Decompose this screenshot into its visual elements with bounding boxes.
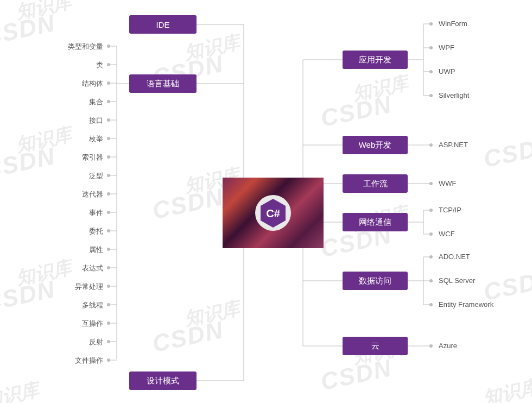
svg-point-35	[107, 340, 110, 343]
svg-point-19	[107, 192, 110, 196]
svg-point-65	[429, 279, 433, 282]
leaf-app-1[interactable]: WPF	[439, 43, 454, 52]
svg-point-57	[429, 209, 433, 212]
watermark-csdn: CSDN	[150, 183, 226, 224]
node-app[interactable]: 应用开发	[343, 51, 408, 69]
leaf-lang-5[interactable]: 枚举	[60, 134, 103, 144]
watermark-csdn: CSDN	[318, 354, 394, 395]
leaf-web-0[interactable]: ASP.NET	[439, 141, 468, 149]
watermark-csdn: CSDN	[318, 91, 394, 132]
leaf-lang-15[interactable]: 互操作	[60, 319, 103, 329]
leaf-net-0[interactable]: TCP/IP	[439, 206, 461, 214]
node-web[interactable]: Web开发	[343, 136, 408, 154]
watermark-csdn: CSDN	[0, 275, 58, 317]
leaf-lang-0[interactable]: 类型和变量	[60, 42, 103, 52]
leaf-lang-8[interactable]: 迭代器	[60, 190, 103, 199]
svg-point-11	[107, 118, 110, 122]
leaf-data-0[interactable]: ADO.NET	[439, 253, 470, 261]
leaf-lang-7[interactable]: 泛型	[60, 171, 103, 181]
svg-point-17	[107, 174, 110, 177]
svg-point-31	[107, 303, 110, 306]
leaf-app-3[interactable]: Silverlight	[439, 91, 469, 99]
leaf-net-1[interactable]: WCF	[439, 230, 455, 238]
svg-point-67	[429, 303, 433, 306]
leaf-lang-13[interactable]: 异常处理	[60, 282, 103, 292]
leaf-lang-9[interactable]: 事件	[60, 208, 103, 218]
svg-point-21	[107, 211, 110, 214]
node-design[interactable]: 设计模式	[129, 371, 197, 390]
watermark-csdn: CSDN	[150, 316, 226, 357]
watermark-zhishiku: 知识库	[14, 0, 73, 25]
leaf-lang-1[interactable]: 类	[60, 60, 103, 70]
svg-point-33	[107, 322, 110, 325]
svg-point-29	[107, 285, 110, 288]
watermark-zhishiku: 知识库	[351, 71, 410, 106]
svg-point-7	[107, 81, 110, 85]
leaf-lang-16[interactable]: 反射	[60, 337, 103, 347]
leaf-app-2[interactable]: UWP	[439, 67, 455, 75]
leaf-lang-11[interactable]: 属性	[60, 245, 103, 255]
node-lang[interactable]: 语言基础	[129, 74, 197, 93]
leaf-lang-14[interactable]: 多线程	[60, 300, 103, 310]
leaf-wf-0[interactable]: WWF	[439, 179, 456, 187]
watermark-zhishiku: 知识库	[182, 296, 242, 332]
node-wf[interactable]: 工作流	[343, 174, 408, 193]
leaf-cloud-0[interactable]: Azure	[439, 342, 457, 350]
leaf-lang-10[interactable]: 委托	[60, 226, 103, 236]
center-image: C#	[223, 178, 324, 248]
watermark-zhishiku: 知识库	[0, 377, 41, 403]
svg-point-50	[429, 143, 433, 147]
svg-point-70	[429, 344, 433, 348]
svg-point-43	[429, 46, 433, 49]
svg-point-37	[107, 358, 110, 362]
leaf-lang-4[interactable]: 接口	[60, 116, 103, 125]
svg-point-53	[429, 182, 433, 185]
watermark-csdn: CSDN	[0, 9, 58, 51]
watermark-csdn: CSDN	[481, 265, 532, 306]
watermark-csdn: CSDN	[0, 142, 58, 184]
svg-point-9	[107, 100, 110, 103]
svg-point-45	[429, 70, 433, 73]
svg-point-63	[429, 255, 433, 259]
leaf-lang-12[interactable]: 表达式	[60, 263, 103, 273]
svg-point-41	[429, 22, 433, 26]
node-cloud[interactable]: 云	[343, 337, 408, 355]
csharp-logo-icon: C#	[261, 199, 286, 228]
node-data[interactable]: 数据访问	[343, 272, 408, 290]
watermark-csdn: CSDN	[481, 131, 532, 173]
watermark-zhishiku: 知识库	[182, 30, 242, 66]
leaf-data-1[interactable]: SQL Server	[439, 276, 475, 285]
center-badge: C#	[255, 195, 291, 231]
leaf-lang-17[interactable]: 文件操作	[60, 356, 103, 366]
leaf-lang-6[interactable]: 索引器	[60, 153, 103, 162]
svg-point-27	[107, 266, 110, 269]
svg-point-47	[429, 94, 433, 97]
leaf-app-0[interactable]: WinForm	[439, 20, 467, 28]
svg-point-3	[107, 45, 110, 48]
node-net[interactable]: 网络通信	[343, 213, 408, 231]
leaf-lang-2[interactable]: 结构体	[60, 79, 103, 89]
node-ide[interactable]: IDE	[129, 15, 197, 34]
svg-point-23	[107, 229, 110, 232]
svg-point-25	[107, 248, 110, 251]
watermark-zhishiku: 知识库	[481, 375, 532, 403]
svg-point-15	[107, 155, 110, 159]
leaf-data-2[interactable]: Entity Framework	[439, 300, 493, 308]
svg-point-59	[429, 232, 433, 236]
svg-point-5	[107, 63, 110, 66]
csharp-logo-text: C#	[266, 207, 280, 219]
svg-point-13	[107, 137, 110, 140]
leaf-lang-3[interactable]: 集合	[60, 97, 103, 107]
